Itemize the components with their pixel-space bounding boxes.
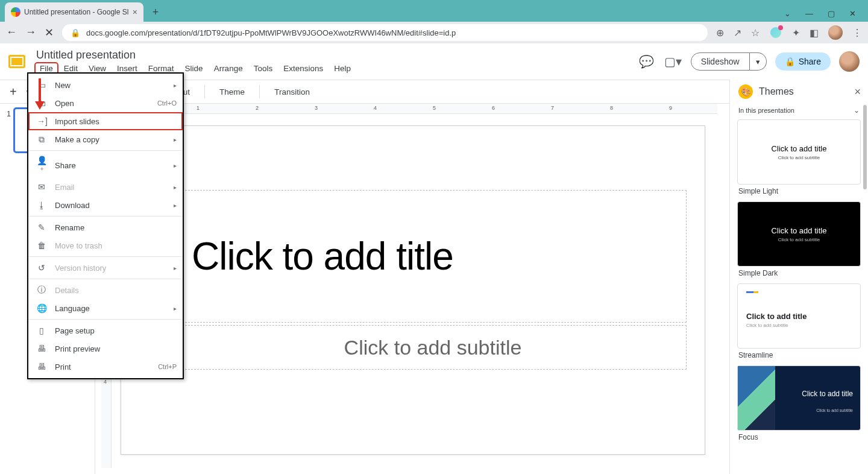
themes-panel: 🎨 Themes × In this presentation ⌄ Click … <box>729 80 868 474</box>
theme-prev-title: Click to add title <box>746 312 807 321</box>
file-menu-download[interactable]: ⭳Download▸ <box>28 196 183 214</box>
browser-tab[interactable]: Untitled presentation - Google Sl × <box>5 2 143 22</box>
file-menu-print[interactable]: 🖶PrintCtrl+P <box>28 358 183 376</box>
url-input[interactable]: 🔒 docs.google.com/presentation/d/1fDT92u… <box>62 24 708 41</box>
label: Language <box>55 304 90 313</box>
slideshow-dropdown-button[interactable]: ▾ <box>750 52 767 71</box>
theme-item-focus[interactable]: Click to add titleClick to add subtitle … <box>737 365 861 445</box>
title-placeholder-box[interactable]: Click to add title <box>179 190 687 323</box>
svg-marker-1 <box>35 101 45 110</box>
share-button[interactable]: 🔒 Share <box>775 52 831 71</box>
slide-canvas[interactable]: Click to add title Click to add subtitle <box>121 125 705 455</box>
title-placeholder-text: Click to add title <box>192 234 453 279</box>
theme-item-simple-dark[interactable]: Click to add titleClick to add subtitle … <box>737 201 861 281</box>
bookmark-icon[interactable]: ☆ <box>751 27 760 39</box>
extension-icon[interactable] <box>769 26 782 39</box>
file-menu-version-history[interactable]: ↺Version history▸ <box>28 259 183 277</box>
minimize-icon[interactable]: — <box>805 9 813 18</box>
account-avatar-icon[interactable] <box>839 51 860 72</box>
file-menu-print-preview[interactable]: 🖶Print preview <box>28 340 183 358</box>
chevron-down-icon[interactable]: ⌄ <box>784 9 791 18</box>
file-menu-new[interactable]: ▭New▸ <box>28 76 183 94</box>
slideshow-button[interactable]: Slideshow <box>691 52 750 71</box>
theme-name: Focus <box>737 431 861 445</box>
file-menu-language[interactable]: 🌐Language▸ <box>28 299 183 317</box>
window-controls: ⌄ — ▢ ✕ <box>784 9 863 18</box>
file-menu-details[interactable]: ⓘDetails <box>28 281 183 299</box>
subtitle-placeholder-box[interactable]: Click to add subtitle <box>179 325 687 370</box>
share-label: Share <box>799 57 821 66</box>
back-icon[interactable]: ← <box>6 26 17 39</box>
label: Details <box>55 286 79 295</box>
theme-name: Streamline <box>737 349 861 363</box>
ruler-tick: 7 <box>551 105 554 111</box>
submenu-caret-icon: ▸ <box>174 202 177 209</box>
separator <box>28 216 183 216</box>
document-title[interactable]: Untitled presentation <box>35 49 632 62</box>
close-window-icon[interactable]: ✕ <box>849 9 856 18</box>
stop-reload-icon[interactable]: ✕ <box>45 26 54 39</box>
import-icon: →] <box>37 116 46 126</box>
file-menu-import-slides[interactable]: →]Import slides <box>28 112 183 130</box>
ruler-tick: 4 <box>374 105 377 111</box>
label: Print preview <box>55 344 100 353</box>
share-person-icon: 👤⁺ <box>37 156 46 175</box>
theme-item-streamline[interactable]: Click to add titleClick to add subtitle … <box>737 283 861 363</box>
menu-arrange[interactable]: Arrange <box>209 63 248 74</box>
file-menu-page-setup[interactable]: ▯Page setup <box>28 321 183 340</box>
theme-prev-title: Click to add title <box>772 144 827 153</box>
menu-extensions[interactable]: Extensions <box>278 63 328 74</box>
file-menu-share[interactable]: 👤⁺Share▸ <box>28 153 183 178</box>
profile-avatar-icon[interactable] <box>828 25 843 40</box>
canvas-area: 1 1 2 3 4 5 6 7 8 9 1 1 2 3 4 Click to a… <box>95 104 723 474</box>
file-menu-open[interactable]: 🗀OpenCtrl+O <box>28 94 183 112</box>
sidepanel-icon[interactable]: ◧ <box>810 27 819 39</box>
email-icon: ✉ <box>37 182 46 192</box>
themes-list: Click to add titleClick to add subtitle … <box>730 117 868 474</box>
meet-icon[interactable]: ▢▾ <box>664 54 682 69</box>
separator <box>28 319 183 320</box>
file-menu-email[interactable]: ✉Email▸ <box>28 178 183 196</box>
ruler-tick: 1 <box>197 105 200 111</box>
forward-icon[interactable]: → <box>25 26 36 39</box>
new-tab-button[interactable]: + <box>147 4 164 21</box>
file-menu-make-copy[interactable]: ⧉Make a copy▸ <box>28 130 183 148</box>
slides-favicon <box>11 7 20 17</box>
close-themes-icon[interactable]: × <box>854 86 861 98</box>
theme-item-simple-light[interactable]: Click to add titleClick to add subtitle … <box>737 119 861 199</box>
copy-icon: ⧉ <box>37 134 46 145</box>
maximize-icon[interactable]: ▢ <box>828 9 835 18</box>
separator <box>28 256 183 257</box>
page-setup-icon: ▯ <box>37 326 46 335</box>
horizontal-ruler: 1 1 2 3 4 5 6 7 8 9 <box>112 104 717 114</box>
close-tab-icon[interactable]: × <box>133 7 137 17</box>
subtitle-placeholder-text: Click to add subtitle <box>344 336 522 359</box>
menu-slide[interactable]: Slide <box>180 63 208 74</box>
file-menu-rename[interactable]: ✎Rename <box>28 218 183 236</box>
chevron-down-icon: ⌄ <box>854 106 860 115</box>
slides-logo-icon[interactable] <box>5 49 29 74</box>
trash-icon: 🗑 <box>37 241 46 250</box>
theme-prev-sub: Click to add subtitle <box>778 237 820 242</box>
share-page-icon[interactable]: ↗ <box>734 27 741 39</box>
new-slide-button[interactable]: + <box>7 85 19 99</box>
ruler-tick: 5 <box>433 105 436 111</box>
comments-icon[interactable]: 💬 <box>638 54 656 69</box>
label: Import slides <box>55 117 99 126</box>
themes-subheader[interactable]: In this presentation ⌄ <box>730 103 868 117</box>
file-menu-move-trash[interactable]: 🗑Move to trash <box>28 236 183 254</box>
menu-help[interactable]: Help <box>329 63 356 74</box>
print-preview-icon: 🖶 <box>37 344 46 353</box>
extensions-puzzle-icon[interactable]: ✦ <box>792 27 800 39</box>
browser-menu-icon[interactable]: ⋮ <box>852 27 862 39</box>
submenu-caret-icon: ▸ <box>174 305 177 312</box>
menu-tools[interactable]: Tools <box>249 63 278 74</box>
theme-button[interactable]: Theme <box>215 85 250 99</box>
zoom-icon[interactable]: ⊕ <box>716 27 724 39</box>
label: Download <box>55 201 90 210</box>
shortcut: Ctrl+O <box>157 100 177 107</box>
themes-scrollbar[interactable] <box>862 104 868 474</box>
download-icon: ⭳ <box>37 200 46 210</box>
transition-button[interactable]: Transition <box>269 85 315 99</box>
label: Email <box>55 183 75 192</box>
